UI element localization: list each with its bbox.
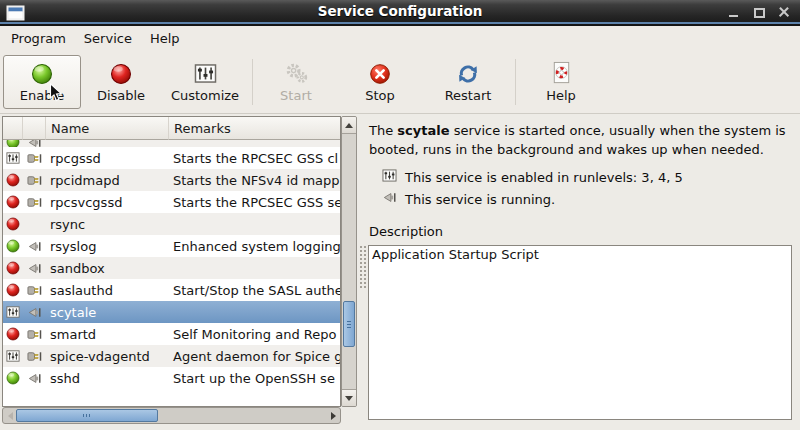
- customize-button[interactable]: Customize: [161, 55, 249, 109]
- down-arrow-icon: [345, 396, 353, 401]
- help-icon: [549, 60, 574, 87]
- service-row[interactable]: [3, 140, 340, 147]
- enable-button[interactable]: Enable: [3, 55, 81, 109]
- service-remarks: Self Monitoring and Repo: [169, 327, 340, 342]
- gears-icon: [284, 60, 309, 87]
- close-icon: [778, 6, 790, 18]
- service-name: rsync: [46, 217, 169, 232]
- status-disabled-icon: [3, 169, 23, 191]
- column-header-remarks[interactable]: Remarks: [169, 117, 340, 140]
- plug-running-icon: [23, 235, 46, 257]
- scroll-down-button[interactable]: [342, 389, 356, 406]
- plug-stopped-icon: [23, 323, 46, 345]
- menu-service[interactable]: Service: [75, 28, 141, 49]
- service-list: NameRemarks rpcgssdStarts the RPCSEC GSS…: [2, 116, 341, 407]
- stop-button[interactable]: Stop: [336, 55, 424, 109]
- service-name: saslauthd: [46, 283, 169, 298]
- column-header-name[interactable]: Name: [46, 117, 169, 140]
- service-name: rpcsvcgssd: [46, 195, 169, 210]
- window-title: Service Configuration: [0, 0, 800, 23]
- minimize-button[interactable]: [726, 4, 742, 20]
- help-button[interactable]: Help: [519, 55, 603, 109]
- horizontal-scrollbar-thumb[interactable]: [16, 409, 158, 422]
- service-row-rpcsvcgssd[interactable]: rpcsvcgssdStarts the RPCSEC GSS se: [3, 191, 340, 213]
- maximize-icon: [753, 6, 765, 18]
- start-button[interactable]: Start: [256, 55, 336, 109]
- plug-running-icon: [382, 190, 397, 208]
- status-disabled-icon: [3, 257, 23, 279]
- bullet-text: This service is running.: [405, 192, 555, 207]
- service-row-sshd[interactable]: sshdStart up the OpenSSH se: [3, 367, 340, 389]
- stop-label: Stop: [365, 88, 395, 103]
- window-controls: [726, 0, 792, 23]
- plug-running-icon: [23, 140, 46, 147]
- runlevel-icon: [3, 301, 23, 323]
- runlevel-icon: [382, 168, 397, 186]
- service-row-saslauthd[interactable]: saslauthdStart/Stop the SASL authe: [3, 279, 340, 301]
- restart-button[interactable]: Restart: [424, 55, 512, 109]
- customize-label: Customize: [171, 88, 239, 103]
- service-row-rsyslog[interactable]: rsyslogEnhanced system logging: [3, 235, 340, 257]
- horizontal-scrollbar[interactable]: [2, 407, 341, 424]
- runlevel-icon: [3, 147, 23, 169]
- description-textview[interactable]: Application Startup Script: [368, 245, 792, 420]
- scroll-up-button[interactable]: [342, 117, 356, 134]
- column-header-icon1[interactable]: [23, 117, 46, 140]
- service-details: The scytale service is started once, usu…: [369, 121, 798, 210]
- status-disabled-icon: [3, 323, 23, 345]
- toolbar-buttons: EnableDisableCustomizeStartStopRestartHe…: [0, 51, 800, 113]
- scroll-left-button[interactable]: [3, 408, 17, 423]
- detail-bullet-0: This service is enabled in runlevels: 3,…: [369, 166, 798, 188]
- pane-resize-handle[interactable]: [359, 245, 366, 289]
- enable-icon: [31, 60, 53, 87]
- service-name: smartd: [46, 327, 169, 342]
- start-label: Start: [280, 88, 312, 103]
- status-disabled-icon: [3, 213, 23, 235]
- up-arrow-icon: [345, 123, 353, 128]
- service-remarks: Start/Stop the SASL authe: [169, 283, 340, 298]
- close-button[interactable]: [776, 4, 792, 20]
- restart-label: Restart: [445, 88, 492, 103]
- stop-icon: [369, 60, 391, 87]
- vertical-scrollbar-thumb[interactable]: [343, 301, 355, 347]
- service-remarks: Agent daemon for Spice g: [169, 349, 340, 364]
- restart-icon: [457, 60, 479, 87]
- service-row-smartd[interactable]: smartdSelf Monitoring and Repo: [3, 323, 340, 345]
- maximize-button[interactable]: [751, 4, 767, 20]
- column-header-icon0[interactable]: [3, 117, 23, 140]
- service-name: rpcgssd: [46, 151, 169, 166]
- menu-help[interactable]: Help: [141, 28, 189, 49]
- plug-stopped-icon: [23, 147, 46, 169]
- help-label: Help: [546, 88, 576, 103]
- service-row-scytale[interactable]: scytale: [3, 301, 340, 323]
- service-remarks: Starts the NFSv4 id mapp: [169, 173, 340, 188]
- toolbar: EnableDisableCustomizeStartStopRestartHe…: [0, 51, 800, 114]
- list-header: NameRemarks: [3, 117, 340, 140]
- service-remarks: Starts the RPCSEC GSS cl: [169, 151, 340, 166]
- service-row-rsync[interactable]: rsync: [3, 213, 340, 235]
- service-name: rpcidmapd: [46, 173, 169, 188]
- left-arrow-icon: [8, 412, 13, 420]
- disable-label: Disable: [97, 88, 145, 103]
- service-row-rpcgssd[interactable]: rpcgssdStarts the RPCSEC GSS cl: [3, 147, 340, 169]
- status-enabled-icon: [3, 235, 23, 257]
- service-name-bold: scytale: [397, 123, 449, 138]
- vertical-scrollbar[interactable]: [341, 116, 357, 407]
- service-name: rsyslog: [46, 239, 169, 254]
- service-intro-text: The scytale service is started once, usu…: [369, 121, 798, 159]
- plug-stopped-icon: [23, 169, 46, 191]
- service-row-spice-vdagentd[interactable]: spice-vdagentdAgent daemon for Spice g: [3, 345, 340, 367]
- menu-program[interactable]: Program: [2, 28, 75, 49]
- service-row-rpcidmapd[interactable]: rpcidmapdStarts the NFSv4 id mapp: [3, 169, 340, 191]
- plug-running-icon: [23, 367, 46, 389]
- disable-button[interactable]: Disable: [81, 55, 161, 109]
- intro-prefix: The: [369, 123, 397, 138]
- status-disabled-icon: [3, 279, 23, 301]
- service-row-sandbox[interactable]: sandbox: [3, 257, 340, 279]
- plug-stopped-icon: [23, 191, 46, 213]
- service-remarks: Starts the RPCSEC GSS se: [169, 195, 340, 210]
- service-name: sshd: [46, 371, 169, 386]
- runlevel-icon: [3, 345, 23, 367]
- scroll-right-button[interactable]: [326, 408, 340, 423]
- service-name: sandbox: [46, 261, 169, 276]
